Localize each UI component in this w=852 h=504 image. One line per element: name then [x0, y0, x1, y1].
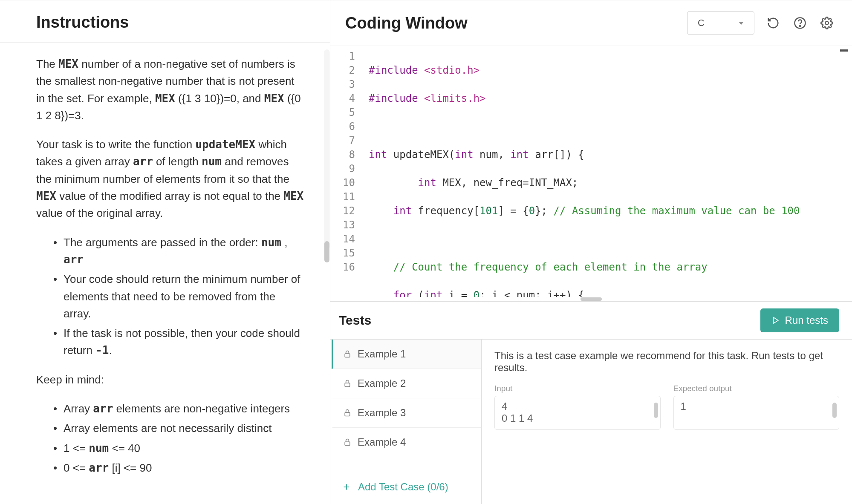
svg-point-2	[825, 21, 829, 25]
input-box: Input 4 0 1 1 4	[494, 384, 661, 430]
code-editor[interactable]: 12345678910111213141516 #include <stdio.…	[330, 46, 852, 297]
lock-icon	[343, 409, 352, 417]
lock-icon	[343, 438, 352, 446]
minimap-marker	[840, 49, 848, 52]
help-icon	[794, 17, 806, 29]
list-item: Your code should return the minimum numb…	[53, 271, 304, 322]
coding-panel: Coding Window C 12345678910	[330, 0, 852, 504]
run-tests-label: Run tests	[785, 314, 828, 326]
tests-header: Tests Run tests	[330, 302, 852, 339]
input-content[interactable]: 4 0 1 1 4	[494, 396, 661, 430]
list-item: Array elements are not necessarily disti…	[53, 420, 304, 437]
test-detail: This is a test case example we recommend…	[482, 340, 852, 504]
list-item: Array arr elements are non-negative inte…	[53, 400, 304, 417]
instructions-title: Instructions	[36, 13, 304, 32]
list-item: The arguments are passed in the order: n…	[53, 234, 304, 268]
output-box: Expected output 1	[673, 384, 840, 430]
list-item: 0 <= arr [i] <= 90	[53, 459, 304, 476]
instructions-list-2: Array arr elements are non-negative inte…	[53, 400, 304, 476]
resize-grip-icon	[581, 297, 602, 301]
instructions-p1: The MEX number of a non-negative set of …	[36, 55, 304, 124]
svg-rect-6	[345, 412, 350, 416]
run-tests-button[interactable]: Run tests	[760, 308, 839, 332]
undo-button[interactable]	[765, 15, 781, 31]
svg-marker-3	[773, 317, 778, 324]
header-controls: C	[687, 11, 835, 35]
output-label: Expected output	[673, 384, 840, 393]
instructions-header: Instructions	[0, 0, 330, 43]
scrollbar-thumb[interactable]	[324, 241, 329, 262]
svg-rect-4	[345, 354, 350, 357]
test-item-1[interactable]: Example 1	[332, 340, 481, 369]
svg-rect-7	[345, 442, 350, 445]
instructions-list-1: The arguments are passed in the order: n…	[53, 234, 304, 359]
main-container: Instructions The MEX number of a non-neg…	[0, 0, 852, 504]
scrollbar[interactable]	[324, 49, 330, 250]
tests-section: Tests Run tests Example 1 Example 2	[330, 301, 852, 504]
tests-body: Example 1 Example 2 Example 3 Example 4	[330, 339, 852, 504]
instructions-panel: Instructions The MEX number of a non-neg…	[0, 0, 330, 504]
test-item-4[interactable]: Example 4	[332, 428, 481, 457]
test-list: Example 1 Example 2 Example 3 Example 4	[330, 340, 482, 504]
output-content[interactable]: 1	[673, 396, 840, 430]
instructions-p2: Your task is to write the function updat…	[36, 136, 304, 222]
resize-handle[interactable]	[330, 297, 852, 301]
help-button[interactable]	[792, 15, 808, 31]
input-label: Input	[494, 384, 661, 393]
gear-icon	[820, 17, 833, 29]
settings-button[interactable]	[819, 15, 835, 31]
scrollbar-thumb[interactable]	[832, 403, 837, 418]
lock-icon	[343, 379, 352, 388]
lock-icon	[343, 350, 352, 358]
language-select[interactable]: C	[687, 11, 754, 35]
code-content[interactable]: #include <stdio.h> #include <limits.h> i…	[360, 46, 852, 297]
instructions-body: The MEX number of a non-negative set of …	[0, 43, 330, 504]
add-test-button[interactable]: Add Test Case (0/6)	[332, 470, 481, 504]
svg-rect-5	[345, 383, 350, 386]
plus-icon	[342, 482, 351, 492]
add-test-label: Add Test Case (0/6)	[358, 481, 448, 493]
line-gutter: 12345678910111213141516	[330, 46, 360, 297]
tests-title: Tests	[339, 313, 371, 328]
test-item-2[interactable]: Example 2	[332, 369, 481, 398]
io-row: Input 4 0 1 1 4 Expected output 1	[494, 384, 839, 430]
keep-in-mind: Keep in mind:	[36, 371, 304, 388]
undo-icon	[767, 17, 780, 29]
language-value: C	[698, 17, 705, 29]
svg-point-1	[800, 26, 800, 26]
list-item: If the task is not possible, then your c…	[53, 325, 304, 359]
coding-header: Coding Window C	[330, 0, 852, 46]
list-item: 1 <= num <= 40	[53, 440, 304, 457]
scrollbar-thumb[interactable]	[654, 403, 658, 418]
play-icon	[771, 316, 780, 325]
test-hint: This is a test case example we recommend…	[494, 350, 839, 374]
test-item-3[interactable]: Example 3	[332, 398, 481, 428]
coding-title: Coding Window	[345, 14, 468, 32]
chevron-down-icon	[739, 22, 744, 25]
